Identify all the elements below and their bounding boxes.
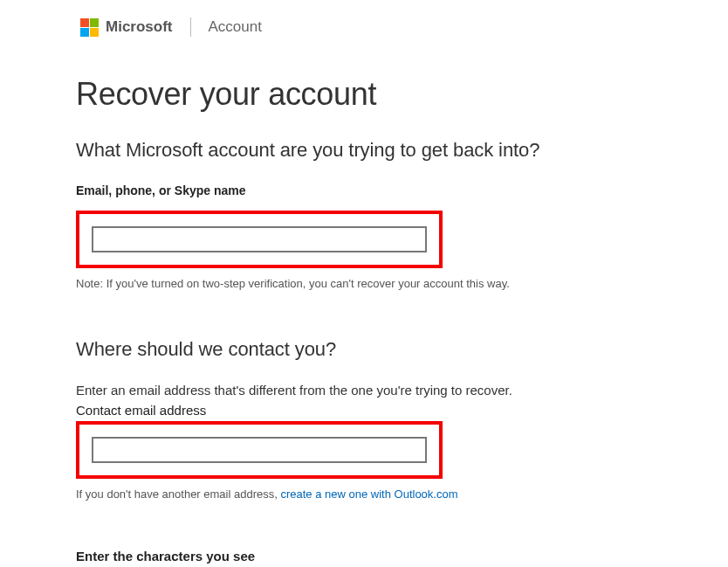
account-input[interactable] xyxy=(92,226,427,252)
page-title: Recover your account xyxy=(76,76,652,113)
contact-input-label: Contact email address xyxy=(76,403,652,418)
help-prefix-text: If you don't have another email address, xyxy=(76,487,280,501)
contact-input-highlight xyxy=(76,421,443,479)
page-header: Microsoft Account xyxy=(76,17,652,37)
contact-instruction: Enter an email address that's different … xyxy=(76,383,652,398)
header-divider xyxy=(190,17,191,37)
contact-question-heading: Where should we contact you? xyxy=(76,338,652,361)
account-question-heading: What Microsoft account are you trying to… xyxy=(76,139,652,162)
two-step-note: Note: If you've turned on two-step verif… xyxy=(76,277,652,290)
captcha-label: Enter the characters you see xyxy=(76,549,652,564)
account-input-label: Email, phone, or Skype name xyxy=(76,183,652,197)
brand-name: Microsoft xyxy=(106,18,173,36)
microsoft-logo-icon xyxy=(80,18,99,37)
account-input-highlight xyxy=(76,211,443,268)
subbrand-name: Account xyxy=(209,18,262,36)
create-outlook-link[interactable]: create a new one with Outlook.com xyxy=(280,487,457,501)
no-email-help: If you don't have another email address,… xyxy=(76,487,652,501)
contact-email-input[interactable] xyxy=(92,437,427,463)
